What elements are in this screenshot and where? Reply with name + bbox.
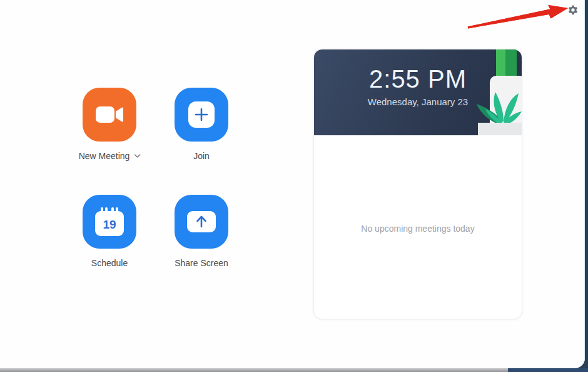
action-schedule: 19 Schedule (83, 195, 136, 249)
meetings-panel-header: 2:55 PM Wednesday, January 23 (314, 49, 522, 135)
meetings-panel: 2:55 PM Wednesday, January 23 No upcomin… (313, 49, 522, 319)
annotation-arrow (463, 0, 572, 34)
action-share-screen: Share Screen (175, 195, 228, 249)
screen-share-icon (187, 211, 216, 232)
new-meeting-label-row: New Meeting (79, 151, 141, 161)
settings-button[interactable] (567, 4, 579, 16)
plus-icon (188, 101, 215, 128)
join-label: Join (193, 151, 210, 161)
video-camera-icon (95, 105, 124, 125)
calendar-day-number: 19 (103, 218, 116, 231)
zoom-home-window: New Meeting Join 19 (0, 0, 585, 368)
no-meetings-message: No upcoming meetings today (314, 224, 522, 234)
action-join: Join (175, 88, 228, 142)
desktop-edge-gray (0, 368, 508, 372)
share-screen-button[interactable] (175, 195, 228, 249)
gear-icon (567, 4, 579, 16)
action-new-meeting: New Meeting (83, 88, 136, 142)
calendar-icon: 19 (95, 207, 124, 236)
chevron-down-icon[interactable] (134, 154, 140, 158)
clock-time: 2:55 PM (314, 49, 522, 93)
desktop-edge-navy (508, 368, 588, 372)
clock-date: Wednesday, January 23 (314, 96, 522, 107)
share-screen-label: Share Screen (175, 258, 228, 268)
join-button[interactable] (175, 88, 228, 142)
new-meeting-button[interactable] (83, 88, 136, 142)
new-meeting-label: New Meeting (79, 151, 130, 161)
schedule-label: Schedule (91, 258, 128, 268)
schedule-button[interactable]: 19 (83, 195, 136, 249)
